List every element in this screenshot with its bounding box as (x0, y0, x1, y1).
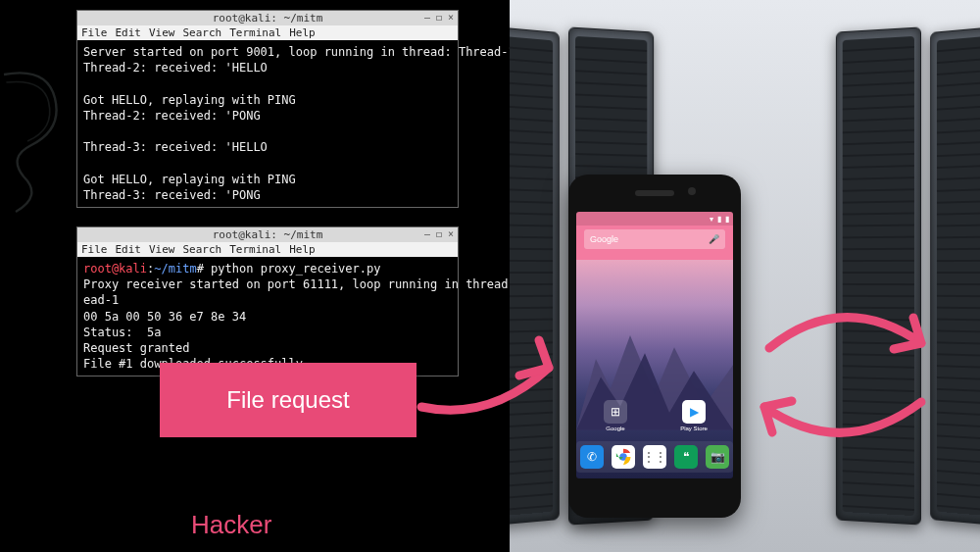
phone-screen[interactable]: ▾ ▮ ▮ Google 🎤 ⊞ Google ▶ (576, 212, 733, 478)
window-buttons-icon[interactable]: – ◻ × (424, 12, 454, 23)
folder-icon: ⊞ (604, 400, 627, 424)
terminal-title: root@kali: ~/mitm (213, 12, 323, 25)
menu-edit[interactable]: Edit (116, 26, 142, 39)
app-play-store[interactable]: ▶ Play Store (677, 400, 710, 431)
server-rack (930, 26, 980, 526)
menu-view[interactable]: View (149, 26, 175, 39)
terminal-output: root@kali:~/mitm# python proxy_receiver.… (77, 257, 458, 376)
terminal-titlebar: root@kali: ~/mitm – ◻ × (77, 11, 458, 25)
menu-terminal[interactable]: Terminal (229, 26, 281, 39)
phone-dock: ✆ ⋮⋮ ❝ 📷 (576, 441, 733, 473)
server-rack (510, 26, 560, 526)
menu-file[interactable]: File (81, 243, 108, 256)
camera-icon[interactable]: 📷 (706, 445, 729, 469)
app-google-folder[interactable]: ⊞ Google (599, 400, 632, 431)
phone-app-icon[interactable]: ✆ (580, 445, 604, 469)
menu-edit[interactable]: Edit (116, 243, 142, 256)
terminal-menubar[interactable]: File Edit View Search Terminal Help (77, 25, 458, 40)
menu-terminal[interactable]: Terminal (229, 243, 281, 256)
terminal-titlebar: root@kali: ~/mitm – ◻ × (77, 227, 458, 242)
server-rack (836, 26, 921, 525)
kali-dragon-logo (0, 39, 78, 235)
app-drawer-icon[interactable]: ⋮⋮ (643, 445, 666, 469)
battery-icon: ▮ (725, 215, 729, 224)
hangouts-icon[interactable]: ❝ (674, 445, 698, 469)
hacker-label: Hacker (191, 510, 271, 540)
menu-search[interactable]: Search (183, 243, 222, 256)
terminal-title: root@kali: ~/mitm (213, 228, 323, 241)
file-request-box: File request (160, 363, 416, 437)
terminal-window-1[interactable]: root@kali: ~/mitm – ◻ × File Edit View S… (76, 10, 459, 208)
hacker-panel: root@kali: ~/mitm – ◻ × File Edit View S… (0, 0, 510, 552)
menu-help[interactable]: Help (289, 26, 316, 39)
phone-statusbar: ▾ ▮ ▮ (576, 212, 733, 226)
terminal-menubar[interactable]: File Edit View Search Terminal Help (77, 242, 458, 257)
google-search-bar[interactable]: Google 🎤 (584, 229, 725, 249)
menu-view[interactable]: View (149, 243, 175, 256)
play-store-icon: ▶ (682, 400, 706, 424)
terminal-output: Server started on port 9001, loop runnin… (77, 40, 458, 207)
chrome-icon[interactable] (612, 445, 635, 469)
file-request-label: File request (226, 386, 349, 414)
android-phone: ▾ ▮ ▮ Google 🎤 ⊞ Google ▶ (568, 175, 741, 518)
mic-icon[interactable]: 🎤 (709, 234, 719, 244)
menu-help[interactable]: Help (289, 243, 316, 256)
menu-search[interactable]: Search (183, 26, 222, 39)
home-apps-row: ⊞ Google ▶ Play Store (576, 400, 733, 431)
diagram-stage: root@kali: ~/mitm – ◻ × File Edit View S… (0, 0, 980, 552)
search-label: Google (590, 234, 618, 244)
wifi-icon: ▾ (710, 215, 713, 224)
terminal-window-2[interactable]: root@kali: ~/mitm – ◻ × File Edit View S… (76, 226, 459, 376)
menu-file[interactable]: File (81, 26, 108, 39)
signal-icon: ▮ (717, 215, 721, 224)
window-buttons-icon[interactable]: – ◻ × (424, 228, 454, 239)
